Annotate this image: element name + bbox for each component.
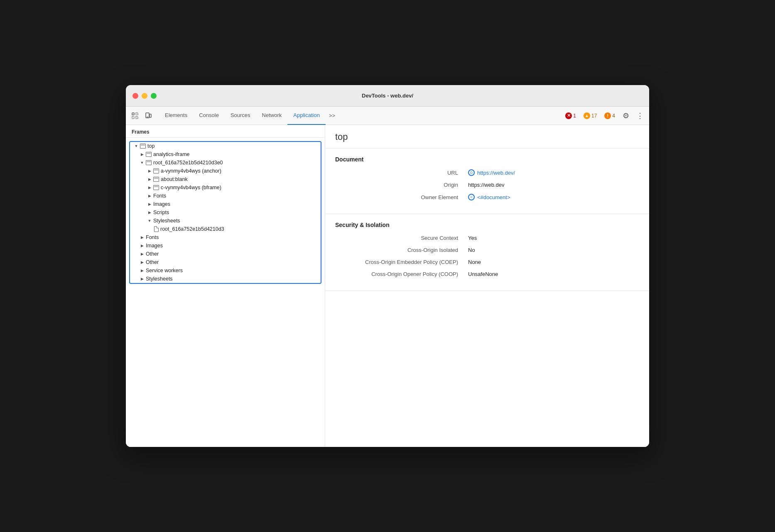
svg-rect-5 xyxy=(150,114,151,117)
frames-panel: top analytics-iframe root_616a752e1b5d42… xyxy=(129,141,321,284)
warning-badge[interactable]: ▲ 17 xyxy=(581,112,599,120)
origin-row: Origin https://web.dev xyxy=(335,182,639,188)
url-row: URL ⊙ https://web.dev/ xyxy=(335,169,639,176)
tree-item-about-blank[interactable]: about:blank xyxy=(130,175,321,183)
chevron-right-icon xyxy=(147,168,152,174)
traffic-lights xyxy=(132,93,157,99)
warning-count: 17 xyxy=(591,113,597,119)
titlebar: DevTools - web.dev/ xyxy=(126,85,649,107)
error-badge[interactable]: ✕ 1 xyxy=(563,112,579,120)
maximize-button[interactable] xyxy=(151,93,157,99)
sidebar-header: Frames xyxy=(126,125,325,138)
tree-item-stylesheets[interactable]: Stylesheets xyxy=(130,275,321,283)
tree-item-label: a-vynmy4vb4wys (anchor) xyxy=(161,168,221,174)
tree-item-label: Fonts xyxy=(153,193,166,199)
secure-context-row: Secure Context Yes xyxy=(335,235,639,241)
tree-item-root616[interactable]: root_616a752e1b5d4210d3e0 xyxy=(130,159,321,167)
tab-overflow-button[interactable]: >> xyxy=(326,107,338,125)
tree-item-label: Scripts xyxy=(153,210,169,215)
tree-item-c-vynmy[interactable]: c-vynmy4vb4wys (bframe) xyxy=(130,183,321,192)
tree-item-label: Stylesheets xyxy=(153,218,180,224)
tree-item-fonts[interactable]: Fonts xyxy=(130,233,321,242)
close-button[interactable] xyxy=(132,93,138,99)
info-count: 4 xyxy=(612,113,615,119)
chevron-right-icon xyxy=(139,259,145,265)
toolbar-icons xyxy=(129,110,154,122)
warning-icon: ▲ xyxy=(584,112,590,119)
tree-item-label: about:blank xyxy=(161,176,188,182)
owner-element-value: ⊙ <#document> xyxy=(468,194,510,200)
frame-icon xyxy=(146,152,152,157)
tree-item-label: Images xyxy=(146,243,163,249)
info-badge[interactable]: ! 4 xyxy=(602,112,618,120)
error-count: 1 xyxy=(573,113,576,119)
info-icon: ! xyxy=(604,112,611,119)
tree-item-a-vynmy[interactable]: a-vynmy4vb4wys (anchor) xyxy=(130,167,321,175)
frame-icon xyxy=(153,185,159,190)
chevron-down-icon xyxy=(133,143,139,149)
tree-item-other-2[interactable]: Other xyxy=(130,258,321,266)
tree-item-images[interactable]: Images xyxy=(130,242,321,250)
tree-item-top[interactable]: top xyxy=(130,142,321,150)
cross-origin-isolated-value: No xyxy=(468,247,475,253)
coop-value: UnsafeNone xyxy=(468,271,498,277)
error-icon: ✕ xyxy=(565,112,572,119)
tab-elements[interactable]: Elements xyxy=(159,107,193,125)
chevron-right-icon xyxy=(139,251,145,257)
chevron-right-icon xyxy=(139,234,145,240)
tree-item-other-1[interactable]: Other xyxy=(130,250,321,258)
coop-row: Cross-Origin Opener Policy (COOP) Unsafe… xyxy=(335,271,639,277)
secure-context-value: Yes xyxy=(468,235,477,241)
owner-element-link[interactable]: <#document> xyxy=(477,194,510,200)
tree-item-images-sub[interactable]: Images xyxy=(130,200,321,208)
toolbar-right: ✕ 1 ▲ 17 ! 4 ⚙ ⋮ xyxy=(563,110,646,122)
svg-rect-1 xyxy=(136,113,138,115)
coop-label: Cross-Origin Opener Policy (COOP) xyxy=(335,271,468,277)
frame-icon xyxy=(146,160,152,165)
owner-element-row: Owner Element ⊙ <#document> xyxy=(335,194,639,200)
url-link[interactable]: https://web.dev/ xyxy=(477,170,515,176)
device-toolbar-button[interactable] xyxy=(142,110,154,122)
settings-button[interactable]: ⚙ xyxy=(620,110,632,122)
main-content: Frames top analytics-iframe xyxy=(126,125,649,447)
document-section: Document URL ⊙ https://web.dev/ Origin h… xyxy=(325,149,649,214)
tab-console[interactable]: Console xyxy=(193,107,225,125)
coep-value: None xyxy=(468,259,481,265)
tree-item-label: c-vynmy4vb4wys (bframe) xyxy=(161,185,221,190)
cross-origin-isolated-row: Cross-Origin Isolated No xyxy=(335,247,639,253)
security-section-title: Security & Isolation xyxy=(335,222,639,228)
origin-label: Origin xyxy=(335,182,468,188)
tree-item-analytics-iframe[interactable]: analytics-iframe xyxy=(130,150,321,159)
element-icon: ⊙ xyxy=(468,194,475,200)
svg-rect-2 xyxy=(132,117,134,119)
chevron-right-icon xyxy=(147,185,152,190)
minimize-button[interactable] xyxy=(142,93,147,99)
sidebar: Frames top analytics-iframe xyxy=(126,125,325,447)
url-label: URL xyxy=(335,170,468,176)
tree-item-label: root_616a752e1b5d4210d3 xyxy=(160,226,224,232)
tab-sources[interactable]: Sources xyxy=(225,107,256,125)
chevron-right-icon xyxy=(139,243,145,249)
tree-item-label: Stylesheets xyxy=(146,276,173,282)
chevron-right-icon xyxy=(147,176,152,182)
frame-icon xyxy=(140,144,146,149)
tree-item-scripts-sub[interactable]: Scripts xyxy=(130,208,321,217)
file-icon xyxy=(154,226,159,232)
tree-item-stylesheets-sub[interactable]: Stylesheets xyxy=(130,217,321,225)
tree-item-label: root_616a752e1b5d4210d3e0 xyxy=(153,160,223,166)
chevron-right-icon xyxy=(147,193,152,199)
toolbar: Elements Console Sources Network Applica… xyxy=(126,107,649,125)
tree-item-root616-file[interactable]: root_616a752e1b5d4210d3 xyxy=(130,225,321,233)
chevron-down-icon xyxy=(139,160,145,166)
tree-item-label: Other xyxy=(146,251,159,257)
more-options-button[interactable]: ⋮ xyxy=(634,110,646,122)
tree-item-label: Fonts xyxy=(146,234,159,240)
tree-item-fonts-sub[interactable]: Fonts xyxy=(130,192,321,200)
tab-network[interactable]: Network xyxy=(256,107,288,125)
tree-item-service-workers[interactable]: Service workers xyxy=(130,266,321,275)
chevron-right-icon xyxy=(139,151,145,157)
owner-element-label: Owner Element xyxy=(335,194,468,200)
chevron-right-icon xyxy=(147,201,152,207)
tab-application[interactable]: Application xyxy=(287,107,326,125)
inspect-element-button[interactable] xyxy=(129,110,141,122)
